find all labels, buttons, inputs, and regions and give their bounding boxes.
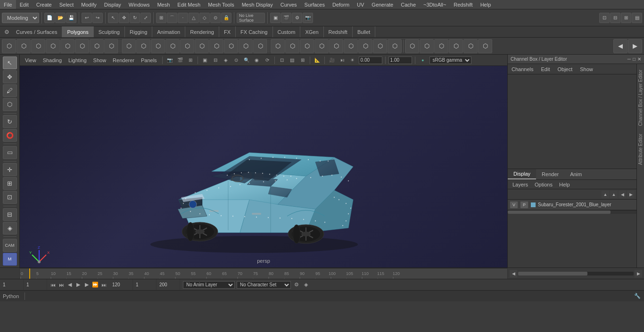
- shelf-icon-11[interactable]: ⬡: [165, 39, 180, 53]
- tab-sculpting[interactable]: Sculpting: [94, 26, 125, 37]
- tab-xgen[interactable]: XGen: [300, 26, 323, 37]
- shelf-icon-27[interactable]: ⬡: [405, 39, 419, 53]
- select-tool-icon[interactable]: ↖: [108, 13, 118, 23]
- display-layer-tool[interactable]: ⊟: [3, 208, 17, 221]
- redo-icon[interactable]: ↪: [92, 13, 103, 23]
- timeline-arrow-left[interactable]: ◀: [510, 270, 517, 277]
- menu-help[interactable]: Help: [477, 0, 495, 9]
- scale-tool-icon[interactable]: ⤢: [140, 13, 151, 23]
- menu-cache[interactable]: Cache: [397, 0, 420, 9]
- viewport-canvas[interactable]: persp X Y Z: [20, 66, 507, 267]
- full-range-end-input[interactable]: 200: [159, 282, 173, 287]
- pb-go-end[interactable]: ⏭: [100, 281, 107, 289]
- menu-redshift[interactable]: Redshift: [450, 0, 476, 9]
- tab-fx-caching[interactable]: FX Caching: [236, 26, 272, 37]
- vp-colorspace-dropdown[interactable]: sRGB gamma: [429, 57, 471, 64]
- tab-polygons[interactable]: Polygons: [62, 26, 93, 37]
- shelf-icon-8[interactable]: ⬡: [122, 39, 136, 53]
- shelf-icon-18[interactable]: ⬡: [271, 39, 285, 53]
- layer-visibility-btn[interactable]: V: [510, 201, 518, 209]
- shelf-icon-0[interactable]: ⬡: [2, 39, 16, 53]
- shelf-icon-5[interactable]: ⬡: [75, 39, 89, 53]
- open-icon[interactable]: 📂: [55, 13, 66, 23]
- script-icon[interactable]: 🔧: [634, 292, 641, 300]
- render-snap-icon[interactable]: 📷: [303, 13, 313, 23]
- snap-magnet-icon[interactable]: ⊙: [210, 13, 221, 23]
- snap-surface-icon[interactable]: △: [189, 13, 199, 23]
- display-options2-icon[interactable]: ⊟: [610, 13, 620, 23]
- vp-toggle-10[interactable]: ⊞: [298, 56, 307, 65]
- vp-cam-anim-icon[interactable]: 🎥: [328, 56, 336, 65]
- display-options3-icon[interactable]: ⊞: [621, 13, 631, 23]
- vp-toggle-9[interactable]: ▤: [288, 56, 297, 65]
- timeline-right-scrollbar[interactable]: [518, 272, 634, 275]
- shelf-scroll-left[interactable]: ◀: [613, 39, 627, 53]
- timeline[interactable]: 0 5 10 15 20 25 30 35 40 45 50 55 60 65 …: [20, 268, 507, 279]
- tab-gear-icon[interactable]: ⚙: [2, 26, 11, 38]
- vp-menu-renderer[interactable]: Renderer: [110, 57, 137, 63]
- layers-scroll-up[interactable]: ▲: [602, 191, 609, 198]
- connect-tool[interactable]: ⊡: [3, 191, 17, 203]
- tab-custom[interactable]: Custom: [273, 26, 301, 37]
- shelf-icon-1[interactable]: ⬡: [17, 39, 31, 53]
- menu-mesh-display[interactable]: Mesh Display: [238, 0, 277, 9]
- display-options-icon[interactable]: ⊡: [599, 13, 610, 23]
- cb-nav-object[interactable]: Object: [553, 64, 576, 74]
- workspace-dropdown[interactable]: Modeling: [2, 13, 39, 23]
- grid-tool[interactable]: ⊞: [3, 177, 17, 190]
- menu-mesh[interactable]: Mesh: [153, 0, 173, 9]
- python-input[interactable]: [27, 293, 634, 299]
- vp-toggle-7[interactable]: ⟳: [263, 56, 272, 65]
- pb-step-fwd[interactable]: ⏩: [91, 281, 99, 289]
- tab-bullet[interactable]: Bullet: [353, 26, 376, 37]
- snap-grid-icon[interactable]: ⊞: [156, 13, 166, 23]
- cb-close-icon[interactable]: ✕: [637, 57, 641, 62]
- menu-curves[interactable]: Curves: [277, 0, 301, 9]
- cb-nav-channels[interactable]: Channels: [508, 64, 537, 74]
- char-set-dropdown[interactable]: No Character Set: [237, 281, 291, 289]
- shelf-icon-16[interactable]: ⬡: [239, 39, 253, 53]
- vp-res-icon[interactable]: 📐: [313, 56, 322, 65]
- vp-toggle-6[interactable]: ◉: [253, 56, 261, 65]
- menu-3dtall[interactable]: ~3DtoAll~: [420, 0, 450, 9]
- shelf-icon-13[interactable]: ⬡: [195, 39, 209, 53]
- tab-fx[interactable]: FX: [219, 26, 236, 37]
- shelf-icon-3[interactable]: ⬡: [46, 39, 60, 53]
- cb-nav-show[interactable]: Show: [576, 64, 597, 74]
- layers-scroll-down[interactable]: ▲: [610, 191, 618, 198]
- snap-lock-icon[interactable]: 🔒: [221, 13, 231, 23]
- full-range-start-input[interactable]: 1: [136, 282, 145, 287]
- layers-nav-layers[interactable]: Layers: [510, 182, 531, 187]
- object-tool[interactable]: ⬡: [3, 98, 17, 111]
- rotate-tool[interactable]: ↻: [3, 115, 17, 128]
- vp-toggle-1[interactable]: ▣: [201, 56, 209, 65]
- select-tool[interactable]: ↖: [3, 57, 17, 69]
- shelf-icon-26[interactable]: ⬡: [388, 39, 402, 53]
- shelf-icon-23[interactable]: ⬡: [344, 39, 358, 53]
- menu-surfaces[interactable]: Surfaces: [301, 0, 329, 9]
- shelf-icon-6[interactable]: ⬡: [90, 39, 104, 53]
- layers-scroll-left[interactable]: ◀: [619, 191, 626, 198]
- shelf-icon-4[interactable]: ⬡: [60, 39, 74, 53]
- menu-create[interactable]: Create: [33, 0, 56, 9]
- vp-camera-icon[interactable]: 📷: [165, 56, 174, 65]
- layers-scroll-right[interactable]: ▶: [627, 191, 635, 198]
- menu-windows[interactable]: Windows: [125, 0, 154, 9]
- vp-grid-icon[interactable]: ⊞: [186, 56, 195, 65]
- maya-logo[interactable]: M: [3, 253, 17, 266]
- render-icon[interactable]: 🎬: [281, 13, 291, 23]
- layer-color-swatch[interactable]: [530, 202, 536, 208]
- menu-edit[interactable]: Edit: [16, 0, 33, 9]
- menu-select[interactable]: Select: [56, 0, 78, 9]
- vp-menu-panels[interactable]: Panels: [139, 57, 159, 63]
- undo-icon[interactable]: ↩: [82, 13, 92, 23]
- anim-settings-icon[interactable]: ⚙: [293, 281, 300, 289]
- vp-toggle-5[interactable]: 🔍: [242, 56, 251, 65]
- layers-nav-help[interactable]: Help: [556, 182, 573, 187]
- rb-tab-render[interactable]: Render: [536, 169, 564, 179]
- snap-live-icon[interactable]: ◇: [199, 13, 210, 23]
- snap-curve-icon[interactable]: ⌒: [167, 13, 177, 23]
- move-tool[interactable]: ✥: [3, 70, 17, 83]
- layers-nav-options[interactable]: Options: [532, 182, 555, 187]
- vp-film-icon[interactable]: 🎬: [176, 56, 184, 65]
